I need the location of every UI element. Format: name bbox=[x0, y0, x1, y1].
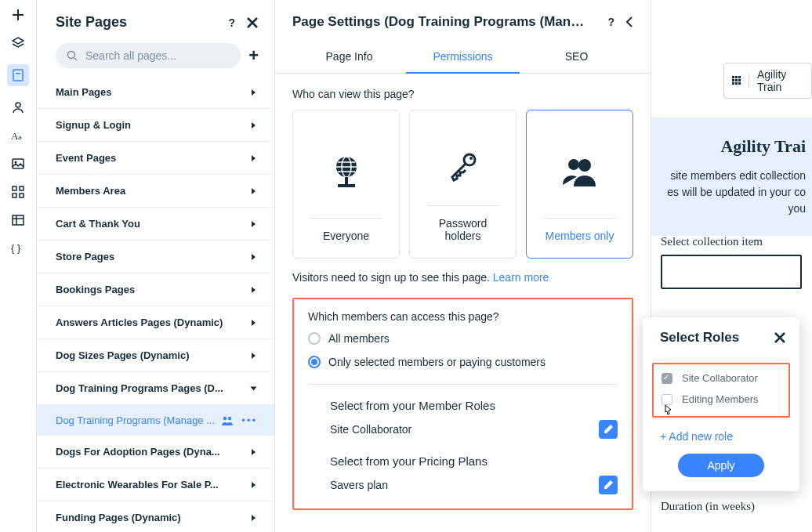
who-can-view-label: Who can view this page? bbox=[292, 88, 633, 100]
visitors-note-text: Visitors need to sign up to see this pag… bbox=[292, 271, 493, 284]
rail-apps-icon[interactable] bbox=[11, 185, 25, 199]
page-group-label: Funding Pages (Dynamic) bbox=[56, 512, 181, 523]
page-group-label: Main Pages bbox=[56, 86, 112, 98]
page-group[interactable]: Bookings Pages bbox=[37, 273, 274, 306]
close-icon[interactable] bbox=[774, 332, 785, 343]
add-new-role-link[interactable]: + Add new role bbox=[643, 419, 799, 454]
tab-permissions[interactable]: Permissions bbox=[406, 41, 520, 74]
rail-layers-icon[interactable] bbox=[11, 36, 25, 50]
hero-body-line: you bbox=[651, 201, 806, 217]
checkbox-icon bbox=[662, 394, 672, 405]
members-icon bbox=[221, 416, 234, 425]
role-item-row: Site Collaborator bbox=[330, 420, 618, 439]
page-group-expanded[interactable]: Dog Training Programs Pages (D... bbox=[37, 372, 274, 405]
chevron-right-icon bbox=[252, 449, 256, 455]
rail-code-icon[interactable]: { } bbox=[11, 241, 25, 255]
role-checkbox-row[interactable]: Editing Members bbox=[662, 393, 781, 405]
svg-rect-17 bbox=[345, 177, 348, 185]
page-group-label: Cart & Thank You bbox=[56, 218, 140, 230]
page-group[interactable]: Main Pages bbox=[37, 76, 274, 109]
rail-text-icon[interactable]: Aₐ bbox=[11, 128, 25, 143]
svg-point-2 bbox=[16, 103, 20, 107]
roles-body: Site Collaborator Editing Members bbox=[643, 356, 799, 419]
page-group[interactable]: Dog Sizes Pages (Dynamic) bbox=[37, 339, 274, 372]
chevron-right-icon bbox=[252, 155, 256, 161]
page-group[interactable]: Event Pages bbox=[37, 142, 274, 175]
collection-item-input[interactable] bbox=[661, 255, 802, 289]
perm-card-password[interactable]: Password holders bbox=[409, 110, 517, 259]
role-checkbox-row[interactable]: Site Collaborator bbox=[662, 372, 781, 384]
page-group[interactable]: Signup & Login bbox=[37, 109, 274, 142]
page-group-label: Answers Articles Pages (Dynamic) bbox=[56, 317, 223, 328]
svg-rect-4 bbox=[13, 159, 24, 168]
page-group-label: Dog Sizes Pages (Dynamic) bbox=[56, 349, 190, 361]
learn-more-link[interactable]: Learn more bbox=[493, 271, 549, 284]
back-icon[interactable] bbox=[625, 16, 633, 27]
chevron-right-icon bbox=[252, 221, 256, 227]
key-icon bbox=[448, 126, 479, 205]
more-icon[interactable]: ••• bbox=[241, 414, 257, 426]
rail-add-icon[interactable] bbox=[11, 8, 25, 22]
help-icon[interactable]: ? bbox=[228, 16, 235, 29]
radio-all-members[interactable]: All members bbox=[308, 332, 618, 345]
roles-header: Select Roles bbox=[643, 317, 799, 356]
svg-point-12 bbox=[68, 52, 75, 59]
close-icon[interactable] bbox=[246, 16, 259, 29]
help-icon[interactable]: ? bbox=[607, 16, 614, 28]
page-group[interactable]: Dogs For Adoption Pages (Dyna... bbox=[37, 436, 274, 469]
add-page-button[interactable]: + bbox=[248, 45, 259, 66]
members-access-label: Which members can access this page? bbox=[308, 310, 618, 323]
hero-body-line: site members edit collection bbox=[651, 168, 806, 184]
site-pages-panel: Site Pages ? + Main Pages Signup & Login… bbox=[37, 0, 275, 532]
apply-button[interactable]: Apply bbox=[678, 454, 764, 477]
chevron-right-icon bbox=[252, 482, 256, 488]
search-input-wrapper[interactable] bbox=[56, 43, 241, 68]
svg-rect-0 bbox=[13, 70, 23, 81]
pages-search-row: + bbox=[37, 43, 274, 68]
perm-card-members[interactable]: Members only bbox=[526, 110, 633, 259]
plan-item-row: Savers plan bbox=[330, 476, 618, 494]
perm-card-label: Members only bbox=[544, 218, 616, 242]
hero-title: Agility Trai bbox=[651, 136, 806, 157]
tab-seo[interactable]: SEO bbox=[520, 41, 633, 73]
hero-body-line: es will be updated in your co bbox=[651, 184, 806, 201]
page-group-label: Dogs For Adoption Pages (Dyna... bbox=[56, 446, 220, 458]
rail-table-icon[interactable] bbox=[11, 213, 25, 227]
svg-point-22 bbox=[568, 159, 579, 170]
svg-rect-1 bbox=[16, 73, 20, 74]
page-group-label: Members Area bbox=[56, 185, 125, 197]
edit-plans-button[interactable] bbox=[599, 476, 618, 494]
search-input[interactable] bbox=[85, 49, 230, 62]
rail-pages-icon[interactable] bbox=[7, 64, 29, 86]
page-group[interactable]: Electronic Wearables For Sale P... bbox=[37, 469, 274, 501]
settings-header: Page Settings (Dog Training Programs (Ma… bbox=[275, 0, 651, 41]
cursor-pointer-icon bbox=[662, 404, 674, 418]
hero-block: Agility Trai site members edit collectio… bbox=[651, 118, 812, 236]
rail-image-icon[interactable] bbox=[11, 157, 25, 171]
svg-point-20 bbox=[469, 157, 473, 160]
chevron-right-icon bbox=[252, 320, 256, 326]
search-icon bbox=[67, 50, 78, 61]
radio-label: Only selected members or paying customer… bbox=[328, 356, 546, 368]
edit-roles-button[interactable] bbox=[599, 420, 618, 439]
globe-icon bbox=[330, 126, 363, 218]
breadcrumb-chip[interactable]: Agility Train bbox=[723, 63, 812, 99]
perm-card-everyone[interactable]: Everyone bbox=[292, 110, 400, 259]
svg-rect-18 bbox=[338, 184, 355, 187]
page-group[interactable]: Store Pages bbox=[37, 241, 274, 273]
duration-label: Duration (in weeks) bbox=[661, 500, 755, 513]
pages-header: Site Pages ? bbox=[37, 0, 274, 43]
tab-page-info[interactable]: Page Info bbox=[292, 41, 406, 73]
svg-point-14 bbox=[228, 416, 231, 419]
chevron-right-icon bbox=[252, 89, 256, 96]
radio-selected-members[interactable]: Only selected members or paying customer… bbox=[308, 356, 618, 368]
page-group[interactable]: Answers Articles Pages (Dynamic) bbox=[37, 306, 274, 339]
page-group[interactable]: Funding Pages (Dynamic) bbox=[37, 501, 274, 532]
page-group[interactable]: Cart & Thank You bbox=[37, 208, 274, 241]
page-group[interactable]: Members Area bbox=[37, 175, 274, 208]
radio-icon-checked bbox=[308, 356, 321, 368]
rail-people-icon[interactable] bbox=[11, 100, 25, 114]
page-group-label: Dog Training Programs Pages (D... bbox=[56, 382, 223, 394]
perm-card-label: Password holders bbox=[427, 205, 499, 242]
page-item-selected[interactable]: Dog Training Programs (Manage ... ••• bbox=[37, 405, 274, 436]
